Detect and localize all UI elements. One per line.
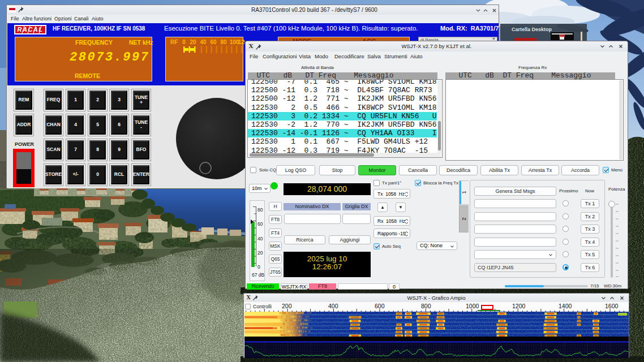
svg-text:0: 0: [182, 39, 186, 45]
svg-text:80: 80: [220, 39, 227, 45]
svg-text:120: 120: [238, 39, 245, 45]
svg-text:RF: RF: [170, 39, 178, 45]
svg-text:40: 40: [200, 39, 207, 45]
svg-text:20: 20: [190, 39, 196, 45]
svg-text:60: 60: [210, 39, 217, 45]
